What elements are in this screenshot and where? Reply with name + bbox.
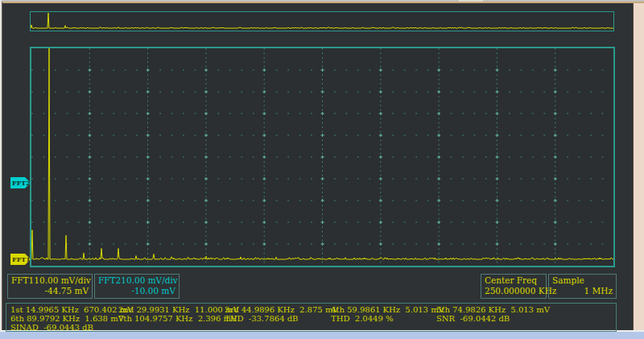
fft2-offset: -10.00 mV [98, 286, 175, 296]
measurement-cell: THD 2.0449 % [331, 314, 393, 323]
fft2-position-marker[interactable]: FFT2 [10, 177, 31, 188]
fft2-marker-label: FFT2 [12, 179, 31, 187]
spectrum-overview-strip [30, 11, 614, 31]
window-frame-left-shadow [2, 2, 2, 339]
sample-value: 1 MHz [552, 286, 613, 296]
fft1-label: FFT1 [11, 275, 34, 286]
measurement-cell: 2nd 29.9931 KHz 11.000 mV [118, 305, 239, 314]
fft2-scale: 10.00 mV/div [121, 275, 178, 286]
sample-label: Sample [552, 275, 584, 286]
measurement-cell: 6th 89.9792 KHz 1.638 mV [10, 314, 124, 323]
measurements-panel: 1st 14.9965 KHz 670.402 mV 2nd 29.9931 K… [6, 303, 617, 332]
window-frame-accent [0, 2, 644, 3]
measurement-cell: 1st 14.9965 KHz 670.402 mV [10, 305, 133, 314]
fft1-offset: -44.75 mV [11, 286, 89, 296]
fft1-position-marker[interactable]: FFT1 [10, 254, 31, 265]
fft1-scale: 10.00 mV/div [34, 275, 91, 286]
fft1-marker-label: FFT1 [12, 255, 31, 263]
measurement-cell: THD -33.7864 dB [225, 314, 298, 323]
oscilloscope-screen: FFT2 FFT1 FFT1 10.00 mV/div -44.75 mV FF… [0, 0, 644, 339]
fft2-label: FFT2 [98, 275, 121, 286]
measurement-cell: SNR -69.0442 dB [436, 314, 510, 323]
measurement-row: SINAD -69.0443 dB [6, 323, 616, 332]
measurement-row: 1st 14.9965 KHz 670.402 mV 2nd 29.9931 K… [6, 305, 616, 314]
center-freq-box[interactable]: Center Freq 250.000000 KHz [481, 274, 547, 299]
fft-trace-plot [31, 48, 613, 266]
fft-graph [30, 47, 615, 267]
sample-rate-box[interactable]: Sample 1 MHz [548, 274, 617, 299]
measurement-cell: 5th 74.9826 KHz 5.013 mV [436, 305, 550, 314]
overview-trace [31, 12, 613, 31]
center-freq-label: Center Freq [485, 275, 537, 286]
measurement-cell: 3rd 44.9896 KHz 2.875 mV [225, 305, 339, 314]
window-frame-right [634, 3, 644, 332]
measurement-cell: SINAD -69.0443 dB [10, 323, 93, 332]
measurement-row: 6th 89.9792 KHz 1.638 mV 7th 104.9757 KH… [6, 314, 616, 323]
center-freq-value: 250.000000 KHz [485, 286, 543, 296]
measurement-cell: 4th 59.9861 KHz 5.013 mV [331, 305, 444, 314]
fft2-settings-box[interactable]: FFT2 10.00 mV/div -10.00 mV [94, 274, 180, 299]
fft1-settings-box[interactable]: FFT1 10.00 mV/div -44.75 mV [7, 274, 93, 299]
measurement-cell: 7th 104.9757 KHz 2.396 mV [118, 314, 237, 323]
window-frame-bottom [0, 332, 644, 339]
